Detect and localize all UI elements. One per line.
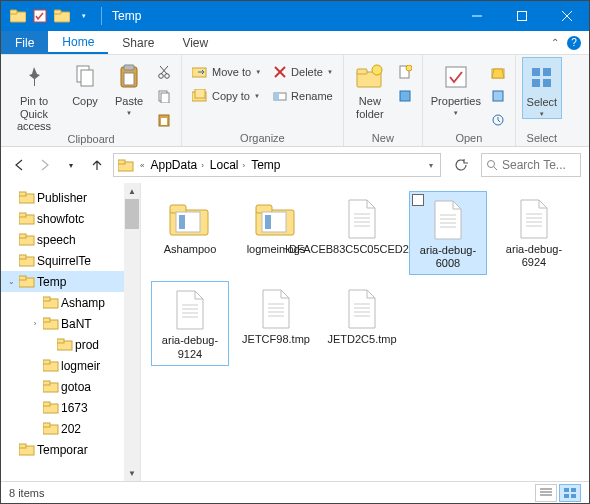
file-item[interactable]: aria-debug-9124	[151, 281, 229, 365]
breadcrumb-seg[interactable]: AppData›	[150, 158, 205, 172]
tab-home[interactable]: Home	[48, 31, 108, 54]
svg-rect-28	[274, 93, 279, 100]
svg-point-31	[372, 65, 382, 75]
tree-item-label: Ashamp	[61, 296, 105, 310]
copy-label: Copy	[72, 95, 98, 108]
nav-tree[interactable]: PublishershowfotcspeechSquirrelTe⌄TempAs…	[1, 183, 141, 481]
properties-button[interactable]: Properties ▼	[429, 57, 483, 117]
svg-rect-40	[543, 68, 551, 76]
breadcrumb-seg[interactable]: Temp	[251, 158, 280, 172]
back-button[interactable]	[9, 155, 29, 175]
address-bar[interactable]: « AppData› Local› Temp ▾	[113, 153, 441, 177]
svg-rect-44	[118, 160, 125, 164]
tree-item[interactable]: 202	[1, 418, 140, 439]
expand-icon[interactable]: ›	[29, 319, 41, 328]
document-icon	[517, 195, 551, 243]
svg-rect-52	[19, 234, 26, 238]
file-item[interactable]: ~DFACEB83C5C05CED22.TMP	[323, 191, 401, 275]
tree-item-label: 202	[61, 422, 81, 436]
file-item[interactable]: logmeinlogs	[237, 191, 315, 275]
item-count: 8 items	[9, 487, 44, 499]
tree-item[interactable]: prod	[1, 334, 140, 355]
open-button[interactable]	[487, 61, 509, 83]
tree-item[interactable]: SquirrelTe	[1, 250, 140, 271]
file-list[interactable]: Ashampoologmeinlogs~DFACEB83C5C05CED22.T…	[141, 183, 589, 481]
recent-locations-button[interactable]: ▾	[61, 155, 81, 175]
svg-line-17	[160, 66, 167, 74]
tree-item[interactable]: gotoa	[1, 376, 140, 397]
tree-item[interactable]: 1673	[1, 397, 140, 418]
tree-item[interactable]: Ashamp	[1, 292, 140, 313]
breadcrumb-seg[interactable]: Local›	[210, 158, 247, 172]
tree-item[interactable]: ›BaNT	[1, 313, 140, 334]
chevron-down-icon: ▼	[539, 111, 545, 118]
collapse-ribbon-icon[interactable]: ⌃	[551, 37, 559, 48]
scroll-down-icon[interactable]: ▼	[124, 465, 140, 481]
pin-quick-access-button[interactable]: Pin to Quick access	[7, 57, 61, 133]
help-icon[interactable]: ?	[567, 36, 581, 50]
history-button[interactable]	[487, 109, 509, 131]
edit-button[interactable]	[487, 85, 509, 107]
tree-item[interactable]: speech	[1, 229, 140, 250]
folder-icon	[7, 5, 29, 27]
cut-button[interactable]	[153, 61, 175, 83]
paste-button[interactable]: Paste ▼	[109, 57, 149, 117]
file-item[interactable]: aria-debug-6008	[409, 191, 487, 275]
refresh-button[interactable]	[447, 153, 475, 177]
svg-rect-110	[564, 494, 569, 498]
close-button[interactable]	[544, 1, 589, 31]
scroll-thumb[interactable]	[125, 199, 139, 229]
rename-button[interactable]: Rename	[269, 85, 337, 107]
copy-path-button[interactable]	[153, 85, 175, 107]
scroll-up-icon[interactable]: ▲	[124, 183, 140, 199]
tree-item-label: SquirrelTe	[37, 254, 91, 268]
tree-item[interactable]: Publisher	[1, 187, 140, 208]
file-item[interactable]: Ashampoo	[151, 191, 229, 275]
svg-rect-68	[43, 402, 50, 406]
title-bar: ▾ Temp	[1, 1, 589, 31]
address-dropdown-icon[interactable]: ▾	[429, 161, 436, 170]
tree-item-label: Temp	[37, 275, 66, 289]
new-item-button[interactable]	[394, 61, 416, 83]
forward-button[interactable]	[35, 155, 55, 175]
qat-properties-icon[interactable]	[29, 5, 51, 27]
file-item[interactable]: aria-debug-6924	[495, 191, 573, 275]
svg-rect-76	[179, 215, 185, 229]
file-item[interactable]: JETD2C5.tmp	[323, 281, 401, 365]
maximize-button[interactable]	[499, 1, 544, 31]
svg-rect-80	[265, 215, 271, 229]
paste-shortcut-button[interactable]	[153, 109, 175, 131]
easy-access-button[interactable]	[394, 85, 416, 107]
details-view-button[interactable]	[535, 484, 557, 502]
tree-scrollbar[interactable]: ▲ ▼	[124, 183, 140, 481]
copy-to-button[interactable]: Copy to▼	[188, 85, 265, 107]
tree-item[interactable]: ⌄Temp	[1, 271, 140, 292]
tab-view[interactable]: View	[168, 31, 222, 54]
expand-icon[interactable]: ⌄	[5, 277, 17, 286]
file-name: JETCF98.tmp	[242, 333, 310, 346]
svg-point-14	[159, 74, 164, 79]
tree-item[interactable]: showfotc	[1, 208, 140, 229]
move-to-button[interactable]: Move to▼	[188, 61, 265, 83]
svg-rect-42	[543, 79, 551, 87]
file-item[interactable]: JETCF98.tmp	[237, 281, 315, 365]
status-bar: 8 items	[1, 481, 589, 503]
select-button[interactable]: Select ▼	[522, 57, 562, 119]
up-button[interactable]	[87, 155, 107, 175]
svg-rect-12	[124, 65, 134, 70]
qat-customize-icon[interactable]: ▾	[73, 5, 95, 27]
search-input[interactable]: Search Te...	[481, 153, 581, 177]
thumbnails-view-button[interactable]	[559, 484, 581, 502]
copy-button[interactable]: Copy	[65, 57, 105, 108]
tree-item[interactable]: logmeir	[1, 355, 140, 376]
tree-item-label: logmeir	[61, 359, 100, 373]
tree-item[interactable]: Temporar	[1, 439, 140, 460]
svg-rect-72	[19, 444, 26, 448]
minimize-button[interactable]	[454, 1, 499, 31]
tab-share[interactable]: Share	[108, 31, 168, 54]
delete-button[interactable]: Delete▼	[269, 61, 337, 83]
new-folder-button[interactable]: New folder	[350, 57, 390, 120]
breadcrumb-root-icon[interactable]: «	[138, 161, 146, 170]
checkbox-icon[interactable]	[412, 194, 424, 206]
tab-file[interactable]: File	[1, 31, 48, 54]
